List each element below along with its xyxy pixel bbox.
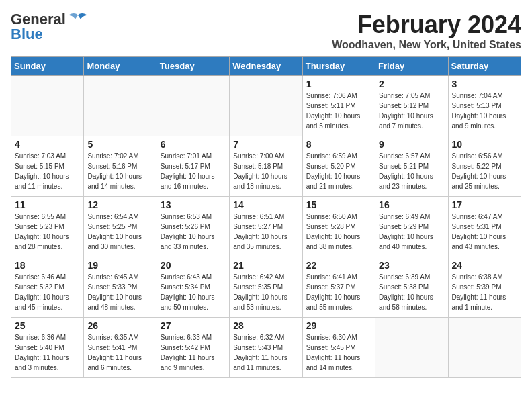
table-row: 9Sunrise: 6:57 AM Sunset: 5:21 PM Daylig…: [375, 136, 448, 197]
day-info: Sunrise: 6:47 AM Sunset: 5:31 PM Dayligh…: [452, 212, 517, 252]
day-info: Sunrise: 6:30 AM Sunset: 5:45 PM Dayligh…: [306, 332, 371, 373]
day-number: 3: [452, 79, 517, 89]
day-number: 25: [15, 320, 80, 331]
table-row: 10Sunrise: 6:56 AM Sunset: 5:22 PM Dayli…: [448, 136, 521, 197]
table-row: 23Sunrise: 6:39 AM Sunset: 5:38 PM Dayli…: [375, 257, 448, 318]
title-block: February 2024 Woodhaven, New York, Unite…: [332, 11, 521, 51]
day-number: 1: [306, 79, 371, 89]
col-tuesday: Tuesday: [157, 57, 229, 76]
day-info: Sunrise: 7:02 AM Sunset: 5:16 PM Dayligh…: [87, 151, 152, 191]
logo: General Blue: [11, 11, 87, 43]
table-row: 7Sunrise: 7:00 AM Sunset: 5:18 PM Daylig…: [230, 136, 302, 197]
calendar-week-row: 25Sunrise: 6:36 AM Sunset: 5:40 PM Dayli…: [11, 318, 521, 378]
day-number: 2: [379, 79, 444, 89]
day-number: 18: [15, 260, 80, 271]
day-number: 23: [379, 260, 444, 271]
table-row: 2Sunrise: 7:05 AM Sunset: 5:12 PM Daylig…: [375, 76, 448, 136]
day-info: Sunrise: 6:43 AM Sunset: 5:34 PM Dayligh…: [161, 272, 226, 312]
table-row: [230, 76, 302, 136]
table-row: 22Sunrise: 6:41 AM Sunset: 5:37 PM Dayli…: [302, 257, 375, 318]
day-number: 16: [379, 199, 444, 210]
calendar-table: Sunday Monday Tuesday Wednesday Thursday…: [11, 56, 521, 378]
day-info: Sunrise: 6:46 AM Sunset: 5:32 PM Dayligh…: [15, 272, 80, 312]
day-number: 9: [379, 139, 444, 150]
day-info: Sunrise: 6:38 AM Sunset: 5:39 PM Dayligh…: [452, 272, 517, 312]
logo-blue-text: Blue: [11, 26, 43, 43]
day-number: 29: [306, 320, 371, 331]
col-thursday: Thursday: [302, 57, 375, 76]
day-number: 13: [161, 199, 226, 210]
table-row: 24Sunrise: 6:38 AM Sunset: 5:39 PM Dayli…: [448, 257, 521, 318]
day-number: 15: [306, 199, 371, 210]
col-wednesday: Wednesday: [230, 57, 302, 76]
day-info: Sunrise: 6:33 AM Sunset: 5:42 PM Dayligh…: [161, 332, 226, 373]
table-row: [157, 76, 229, 136]
table-row: 16Sunrise: 6:49 AM Sunset: 5:29 PM Dayli…: [375, 197, 448, 257]
day-number: 27: [161, 320, 226, 331]
day-number: 12: [87, 199, 152, 210]
table-row: [84, 76, 157, 136]
col-friday: Friday: [375, 57, 448, 76]
day-info: Sunrise: 6:56 AM Sunset: 5:22 PM Dayligh…: [452, 151, 517, 191]
day-info: Sunrise: 6:57 AM Sunset: 5:21 PM Dayligh…: [379, 151, 444, 191]
day-number: 22: [306, 260, 371, 271]
calendar-week-row: 11Sunrise: 6:55 AM Sunset: 5:23 PM Dayli…: [11, 197, 521, 257]
table-row: 15Sunrise: 6:50 AM Sunset: 5:28 PM Dayli…: [302, 197, 375, 257]
logo-bird-icon: [69, 13, 87, 26]
day-number: 26: [87, 320, 152, 331]
col-saturday: Saturday: [448, 57, 521, 76]
calendar-title: February 2024: [332, 11, 521, 39]
day-info: Sunrise: 6:50 AM Sunset: 5:28 PM Dayligh…: [306, 212, 371, 252]
day-number: 4: [15, 139, 80, 150]
page-header: General Blue February 2024 Woodhaven, Ne…: [11, 11, 521, 51]
day-number: 10: [452, 139, 517, 150]
table-row: [11, 76, 84, 136]
table-row: 12Sunrise: 6:54 AM Sunset: 5:25 PM Dayli…: [84, 197, 157, 257]
day-info: Sunrise: 6:51 AM Sunset: 5:27 PM Dayligh…: [233, 212, 298, 252]
table-row: 18Sunrise: 6:46 AM Sunset: 5:32 PM Dayli…: [11, 257, 84, 318]
day-info: Sunrise: 7:03 AM Sunset: 5:15 PM Dayligh…: [15, 151, 80, 191]
table-row: 20Sunrise: 6:43 AM Sunset: 5:34 PM Dayli…: [157, 257, 229, 318]
table-row: 26Sunrise: 6:35 AM Sunset: 5:41 PM Dayli…: [84, 318, 157, 378]
day-info: Sunrise: 7:04 AM Sunset: 5:13 PM Dayligh…: [452, 91, 517, 131]
table-row: 25Sunrise: 6:36 AM Sunset: 5:40 PM Dayli…: [11, 318, 84, 378]
table-row: 28Sunrise: 6:32 AM Sunset: 5:43 PM Dayli…: [230, 318, 302, 378]
day-number: 19: [87, 260, 152, 271]
table-row: 6Sunrise: 7:01 AM Sunset: 5:17 PM Daylig…: [157, 136, 229, 197]
day-info: Sunrise: 6:55 AM Sunset: 5:23 PM Dayligh…: [15, 212, 80, 252]
day-info: Sunrise: 7:00 AM Sunset: 5:18 PM Dayligh…: [233, 151, 298, 191]
day-info: Sunrise: 6:35 AM Sunset: 5:41 PM Dayligh…: [87, 332, 152, 373]
day-number: 8: [306, 139, 371, 150]
day-number: 14: [233, 199, 298, 210]
calendar-header-row: Sunday Monday Tuesday Wednesday Thursday…: [11, 57, 521, 76]
table-row: 8Sunrise: 6:59 AM Sunset: 5:20 PM Daylig…: [302, 136, 375, 197]
col-sunday: Sunday: [11, 57, 84, 76]
day-info: Sunrise: 6:59 AM Sunset: 5:20 PM Dayligh…: [306, 151, 371, 191]
table-row: 3Sunrise: 7:04 AM Sunset: 5:13 PM Daylig…: [448, 76, 521, 136]
day-number: 17: [452, 199, 517, 210]
day-info: Sunrise: 7:05 AM Sunset: 5:12 PM Dayligh…: [379, 91, 444, 131]
day-number: 11: [15, 199, 80, 210]
table-row: 1Sunrise: 7:06 AM Sunset: 5:11 PM Daylig…: [302, 76, 375, 136]
day-number: 21: [233, 260, 298, 271]
calendar-week-row: 4Sunrise: 7:03 AM Sunset: 5:15 PM Daylig…: [11, 136, 521, 197]
table-row: 21Sunrise: 6:42 AM Sunset: 5:35 PM Dayli…: [230, 257, 302, 318]
calendar-week-row: 18Sunrise: 6:46 AM Sunset: 5:32 PM Dayli…: [11, 257, 521, 318]
table-row: 4Sunrise: 7:03 AM Sunset: 5:15 PM Daylig…: [11, 136, 84, 197]
table-row: 29Sunrise: 6:30 AM Sunset: 5:45 PM Dayli…: [302, 318, 375, 378]
table-row: 17Sunrise: 6:47 AM Sunset: 5:31 PM Dayli…: [448, 197, 521, 257]
table-row: 14Sunrise: 6:51 AM Sunset: 5:27 PM Dayli…: [230, 197, 302, 257]
day-info: Sunrise: 7:01 AM Sunset: 5:17 PM Dayligh…: [161, 151, 226, 191]
calendar-subtitle: Woodhaven, New York, United States: [332, 39, 521, 51]
day-info: Sunrise: 6:39 AM Sunset: 5:38 PM Dayligh…: [379, 272, 444, 312]
day-number: 24: [452, 260, 517, 271]
table-row: [448, 318, 521, 378]
table-row: 19Sunrise: 6:45 AM Sunset: 5:33 PM Dayli…: [84, 257, 157, 318]
calendar-week-row: 1Sunrise: 7:06 AM Sunset: 5:11 PM Daylig…: [11, 76, 521, 136]
table-row: [375, 318, 448, 378]
table-row: 13Sunrise: 6:53 AM Sunset: 5:26 PM Dayli…: [157, 197, 229, 257]
day-info: Sunrise: 6:53 AM Sunset: 5:26 PM Dayligh…: [161, 212, 226, 252]
day-info: Sunrise: 6:32 AM Sunset: 5:43 PM Dayligh…: [233, 332, 298, 373]
table-row: 5Sunrise: 7:02 AM Sunset: 5:16 PM Daylig…: [84, 136, 157, 197]
day-info: Sunrise: 6:49 AM Sunset: 5:29 PM Dayligh…: [379, 212, 444, 252]
